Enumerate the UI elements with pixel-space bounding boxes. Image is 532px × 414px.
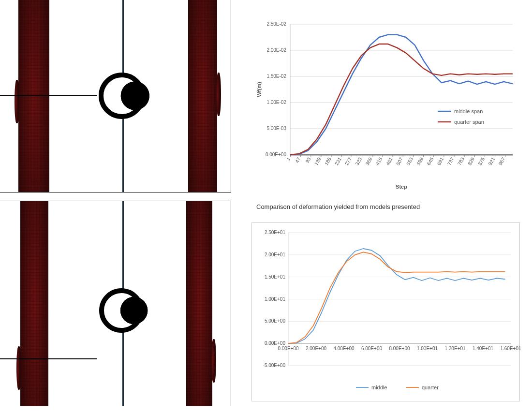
svg-text:4.00E+00: 4.00E+00 (333, 346, 355, 351)
horizon-line-left (0, 95, 97, 96)
svg-text:1.60E+01: 1.60E+01 (500, 346, 521, 351)
svg-text:185: 185 (324, 156, 332, 166)
striker-shading (112, 290, 152, 331)
svg-text:1.50E-02: 1.50E-02 (266, 74, 286, 79)
chart-caption: Comparison of deformation yielded from m… (256, 203, 420, 210)
svg-text:1.50E+01: 1.50E+01 (265, 274, 286, 280)
tube-left-bulge (16, 346, 21, 390)
svg-text:139: 139 (313, 156, 322, 166)
svg-text:2.50E-02: 2.50E-02 (266, 21, 286, 27)
tube-left (20, 201, 48, 406)
svg-text:middle span: middle span (454, 108, 483, 114)
tube-left-bulge (15, 80, 19, 123)
svg-text:0.00E+00: 0.00E+00 (265, 340, 286, 346)
svg-text:231: 231 (334, 156, 342, 166)
svg-text:461: 461 (385, 156, 394, 166)
svg-text:Step: Step (396, 184, 407, 190)
tube-right-bulge (216, 73, 221, 116)
simulation-column (0, 0, 232, 414)
striker-shading (112, 74, 154, 118)
svg-text:323: 323 (354, 156, 363, 166)
svg-text:2.00E-02: 2.00E-02 (266, 47, 286, 53)
svg-text:1.00E-02: 1.00E-02 (266, 100, 286, 105)
svg-text:middle: middle (371, 384, 387, 390)
svg-text:691: 691 (436, 156, 445, 166)
svg-text:829: 829 (467, 156, 475, 166)
svg-text:1: 1 (285, 156, 292, 162)
svg-text:quarter span: quarter span (454, 119, 484, 125)
svg-text:8.00E+00: 8.00E+00 (389, 346, 410, 351)
svg-text:921: 921 (488, 156, 496, 166)
svg-text:5.00E+00: 5.00E+00 (265, 318, 286, 324)
svg-text:1.20E+01: 1.20E+01 (444, 346, 466, 351)
svg-text:1.00E+01: 1.00E+01 (265, 296, 286, 302)
svg-text:553: 553 (405, 156, 414, 166)
svg-text:507: 507 (395, 156, 404, 166)
svg-text:415: 415 (375, 156, 384, 166)
charts-column: 0.00E+005.00E-031.00E-021.50E-022.00E-02… (251, 19, 522, 406)
svg-text:1.40E+01: 1.40E+01 (473, 346, 494, 351)
svg-text:875: 875 (477, 156, 486, 166)
simulation-panel-top (0, 0, 231, 192)
chart-bottom-frame: -5.00E+000.00E+005.00E+001.00E+011.50E+0… (251, 222, 520, 401)
svg-text:737: 737 (446, 156, 455, 166)
svg-text:2.50E+01: 2.50E+01 (265, 230, 286, 235)
svg-text:quarter: quarter (422, 384, 439, 390)
svg-text:277: 277 (344, 156, 353, 166)
chart-top: 0.00E+005.00E-031.00E-021.50E-022.00E-02… (251, 19, 517, 203)
tube-right-bulge (211, 339, 216, 383)
svg-text:-5.00E+00: -5.00E+00 (263, 363, 286, 368)
horizon-line-left (0, 358, 97, 359)
tube-right (188, 0, 217, 192)
svg-text:783: 783 (457, 156, 465, 166)
svg-text:5.00E-03: 5.00E-03 (266, 126, 286, 131)
svg-text:369: 369 (365, 156, 373, 166)
simulation-panel-bottom (0, 201, 231, 406)
svg-text:Wf(m): Wf(m) (256, 82, 262, 97)
svg-text:599: 599 (415, 156, 424, 166)
svg-text:93: 93 (304, 156, 311, 164)
svg-text:0.00E+00: 0.00E+00 (278, 346, 299, 351)
svg-text:47: 47 (294, 156, 301, 164)
svg-text:2.00E+01: 2.00E+01 (265, 252, 286, 257)
svg-text:0.00E+00: 0.00E+00 (266, 152, 287, 157)
svg-text:645: 645 (426, 156, 435, 166)
svg-text:1.00E+01: 1.00E+01 (417, 346, 438, 351)
chart-bottom: -5.00E+000.00E+005.00E+001.00E+011.50E+0… (254, 225, 518, 399)
svg-text:967: 967 (498, 156, 506, 166)
svg-text:6.00E+00: 6.00E+00 (361, 346, 383, 351)
svg-text:2.00E+00: 2.00E+00 (306, 346, 327, 351)
tube-right (186, 201, 212, 406)
